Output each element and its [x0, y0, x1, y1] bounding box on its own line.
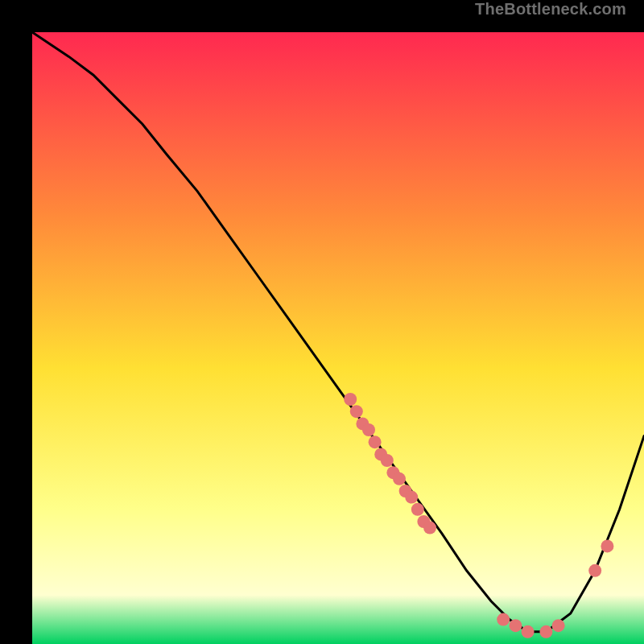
chart-svg: [32, 32, 644, 644]
data-point: [522, 625, 535, 638]
data-point: [405, 491, 418, 504]
watermark-text: TheBottleneck.com: [475, 0, 626, 19]
data-point: [369, 436, 382, 448]
data-point: [552, 619, 565, 632]
data-point: [381, 454, 394, 467]
data-point: [393, 473, 406, 485]
data-point: [601, 539, 613, 552]
data-point: [423, 522, 436, 535]
data-point: [509, 619, 522, 632]
plot-frame: [16, 16, 628, 628]
gradient-background: [32, 32, 644, 644]
data-point: [411, 503, 424, 516]
data-point: [539, 625, 552, 638]
data-point: [350, 405, 363, 418]
data-point: [497, 613, 510, 626]
data-point: [344, 393, 357, 406]
data-point: [588, 564, 601, 577]
data-point: [362, 423, 375, 436]
